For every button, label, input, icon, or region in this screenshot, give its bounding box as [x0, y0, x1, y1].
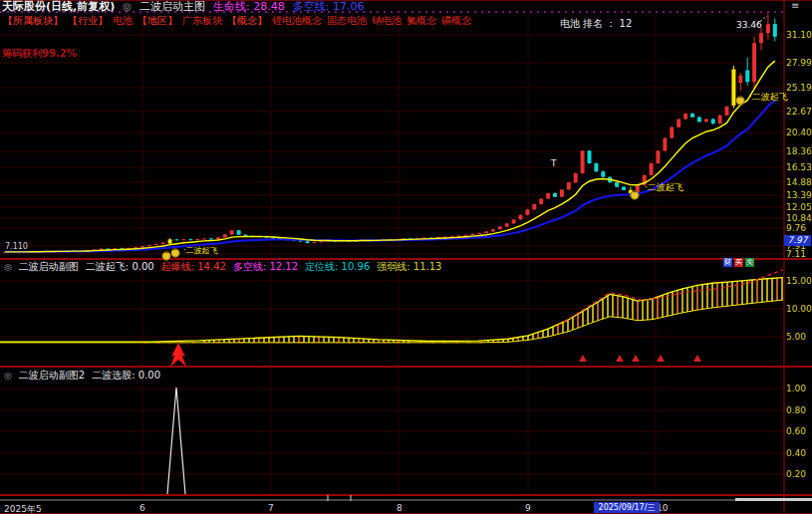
menu-icon[interactable]: ≡ — [791, 1, 799, 11]
chip-profit-label: 筹码获利99.2% — [2, 49, 77, 59]
dk-line-readout: 多空线: 17.06 — [293, 1, 365, 12]
tdx-stock-chart-window: 天际股份(日线,前复权) ◎ 二波启动主图 生命线: 28.48 多空线: 17… — [0, 0, 812, 514]
axis-label: 22.67 — [786, 107, 812, 117]
mini-badge-买[interactable]: 买 — [734, 258, 743, 267]
sector-tag[interactable]: 锂电池概念 — [272, 16, 322, 26]
panel2-line-value: 多空线: 12.12 — [233, 262, 298, 272]
sector-tag[interactable]: 广东板块 — [182, 16, 222, 26]
second-wave-signal-label: ·二波起飞 — [749, 93, 788, 102]
axis-label: 9.76 — [786, 223, 812, 233]
sector-tag[interactable]: 磷概念 — [441, 16, 471, 26]
cursor-date-tag: 2025/09/17/三 — [594, 502, 660, 513]
current-price-tag: 7.97 — [784, 235, 811, 246]
axis-label: 10.84 — [786, 213, 812, 223]
panel2-line-value: 强弱线: 11.13 — [377, 262, 441, 272]
axis-label: 0.80 — [786, 405, 812, 415]
panel2-signal-readout: 二波起飞: 0.00 — [86, 262, 154, 272]
axis-label: 27.99 — [786, 58, 812, 68]
indicator-icon: ◎ — [123, 2, 132, 12]
main-indicator-name[interactable]: 二波启动主图 — [139, 1, 205, 12]
date-tick: 7 — [268, 503, 274, 513]
date-tick: 6 — [139, 503, 145, 513]
sector-tag[interactable]: 【概念】 — [227, 16, 267, 26]
mini-badge-财[interactable]: 财 — [723, 258, 732, 267]
axis-label: 0.40 — [786, 448, 812, 458]
axis-label: 13.39 — [786, 190, 812, 200]
sector-tag[interactable]: 氟概念 — [406, 16, 436, 26]
axis-label: 1.00 — [786, 384, 812, 393]
t-marker: T — [551, 159, 557, 168]
sector-tag[interactable]: 【所属板块】 — [3, 16, 63, 26]
axis-label: 15.00 — [786, 276, 812, 286]
indicator-icon: ◎ — [4, 372, 12, 381]
sector-tag[interactable]: 【行业】 — [68, 16, 108, 26]
date-tick: 8 — [397, 503, 403, 513]
axis-label: 31.10 — [786, 30, 812, 40]
axis-label: 20.40 — [786, 128, 812, 137]
panel3-signal-readout: 二波选股: 0.00 — [92, 371, 160, 381]
life-line-readout: 生命线: 28.48 — [213, 1, 285, 12]
stock-title[interactable]: 天际股份(日线,前复权) — [2, 1, 115, 12]
panel2-indicator-name[interactable]: 二波启动副图 — [19, 262, 79, 272]
axis-label: 12.05 — [786, 202, 812, 212]
sector-rank-label: 电池 排名 ： 12 — [560, 19, 632, 29]
title-bar: 天际股份(日线,前复权) ◎ 二波启动主图 生命线: 28.48 多空线: 17… — [2, 1, 364, 12]
axis-label: 5.00 — [786, 332, 812, 342]
axis-label: 18.36 — [786, 146, 812, 156]
axis-label: 0.20 — [786, 469, 812, 479]
sector-tag[interactable]: 钠电池 — [372, 16, 402, 26]
sector-tag[interactable]: 电池 — [113, 16, 133, 26]
chart-canvas[interactable] — [0, 0, 812, 514]
corner-badges: 财买卖 — [723, 251, 756, 267]
axis-label: 0.60 — [786, 426, 812, 436]
axis-label: 14.88 — [786, 177, 812, 187]
sector-bar: 【所属板块】【行业】电池【地区】广东板块【概念】锂电池概念固态电池钠电池氟概念磷… — [3, 16, 471, 26]
start-price-tag: 7.110 — [5, 243, 28, 251]
axis-label: 7.11 — [786, 249, 812, 259]
sector-tag[interactable]: 【地区】 — [137, 16, 177, 26]
panel3-header: ◎ 二波启动副图2 二波选股: 0.00 — [4, 371, 160, 381]
sector-tag[interactable]: 固态电池 — [327, 16, 367, 26]
panel2-line-value: 起爆线: 14.42 — [161, 262, 226, 272]
panel2-header: ◎ 二波启动副图 二波起飞: 0.00 起爆线: 14.42多空线: 12.12… — [4, 262, 441, 272]
panel3-indicator-name[interactable]: 二波启动副图2 — [19, 371, 85, 381]
second-wave-signal-label: ·二波起飞 — [183, 247, 218, 255]
mini-badge-卖[interactable]: 卖 — [745, 258, 754, 267]
axis-label: 10.00 — [786, 304, 812, 314]
panel2-line-readouts: 起爆线: 14.42多空线: 12.12定位线: 10.96强弱线: 11.13 — [161, 262, 442, 272]
indicator-icon: ◎ — [4, 263, 12, 272]
axis-label: 25.19 — [786, 83, 812, 93]
panel2-line-value: 定位线: 10.96 — [305, 262, 370, 272]
date-tick: 9 — [525, 503, 531, 513]
date-tick: 2025年5 — [4, 503, 42, 514]
second-wave-signal-label: ·二波起飞 — [645, 183, 683, 192]
axis-label: 16.53 — [786, 162, 812, 172]
peak-price-tag: 33.46 — [736, 21, 762, 30]
